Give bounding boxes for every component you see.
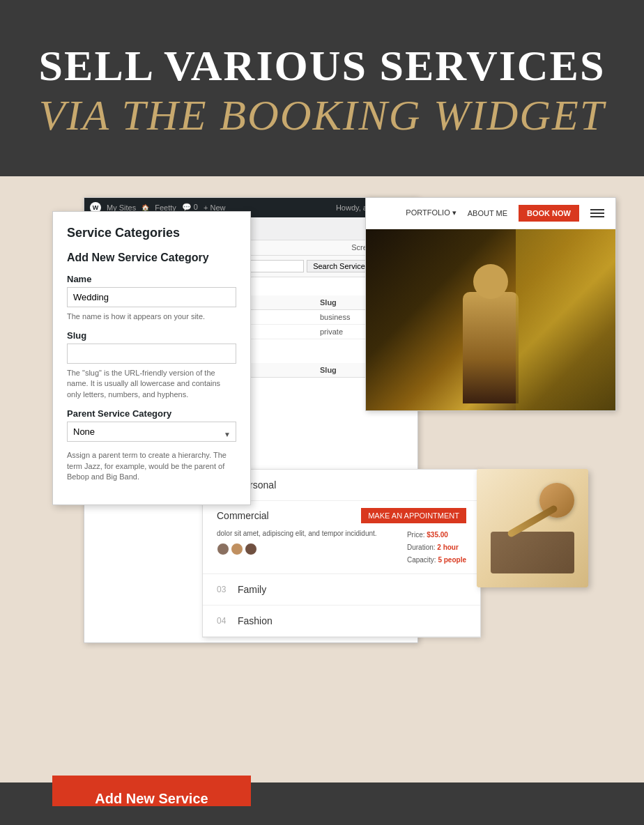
menu-line-2 [590, 213, 604, 214]
duration-row: Duration: 2 hour [407, 541, 466, 554]
hero-section: SELL VARIOUS SERVICES VIA THE BOOKING WI… [0, 0, 644, 176]
service-avatars [217, 543, 393, 555]
list-item: 03 Family [203, 574, 480, 606]
duration-value: 2 hour [437, 543, 459, 551]
commercial-details: dolor sit amet, adipiscing elit, and tem… [217, 529, 466, 566]
website-nav: PORTFOLIO ▾ ABOUT ME BOOK NOW [366, 198, 615, 229]
portfolio-link[interactable]: PORTFOLIO ▾ [406, 208, 456, 217]
slug-hint: The "slug" is the URL-friendly version o… [67, 368, 236, 400]
parent-label: Parent Service Category [67, 408, 236, 419]
slug-input[interactable] [67, 344, 236, 364]
service-num-3: 03 [217, 585, 238, 594]
commercial-header: Commercial MAKE AN APPOINTMENT [217, 508, 466, 523]
commercial-name[interactable]: Commercial [217, 510, 269, 521]
parent-category-select[interactable]: None [67, 422, 236, 442]
name-input[interactable] [67, 287, 236, 307]
add-new-service-button[interactable]: Add New Service [52, 776, 251, 806]
menu-line-1 [590, 209, 604, 210]
service-name[interactable]: Personal [238, 479, 466, 491]
service-num-4: 04 [217, 616, 238, 626]
add-service-label: Add New Service [95, 791, 208, 806]
commercial-description: dolor sit amet, adipiscing elit, and tem… [217, 529, 393, 555]
capacity-value: 5 people [438, 556, 466, 564]
portrait-bg [366, 229, 615, 410]
add-category-form: Service Categories Add New Service Categ… [52, 211, 251, 506]
portrait-image [366, 229, 615, 410]
avatar-1 [217, 543, 229, 555]
avatar-2 [231, 543, 243, 555]
menu-line-3 [590, 216, 604, 217]
coffee-decoration-image [477, 469, 588, 587]
figure-body [463, 292, 519, 403]
bottom-area [0, 713, 644, 782]
avatar-3 [245, 543, 257, 555]
service-item-commercial: Commercial MAKE AN APPOINTMENT dolor sit… [203, 501, 480, 574]
capacity-label: Capacity: [407, 556, 436, 564]
coffee-beans-icon [491, 532, 574, 573]
name-hint: The name is how it appears on your site. [67, 311, 236, 322]
hamburger-menu-icon[interactable] [590, 209, 604, 217]
price-label: Price: [407, 531, 425, 539]
slug-label: Slug [67, 330, 236, 341]
capacity-row: Capacity: 5 people [407, 554, 466, 566]
hero-title-main: SELL VARIOUS SERVICES [28, 42, 616, 89]
about-link[interactable]: ABOUT ME [468, 209, 507, 217]
service-pricing: Price: $35.00 Duration: 2 hour Capacity:… [407, 529, 466, 566]
service-name-4[interactable]: Fashion [238, 615, 466, 626]
book-now-button[interactable]: BOOK NOW [519, 205, 579, 222]
price-value: $35.00 [427, 531, 448, 539]
name-label: Name [67, 274, 236, 284]
parent-select-wrapper: None ▼ [67, 422, 236, 446]
price-row: Price: $35.00 [407, 529, 466, 541]
form-subtitle: Add New Service Category [67, 252, 236, 264]
content-area: W My Sites 🏠 Feetty 💬 0 + New Howdy, amt… [0, 176, 644, 713]
form-panel-title: Service Categories [67, 226, 236, 240]
duration-label: Duration: [407, 543, 436, 551]
hero-title-sub: VIA THE BOOKING WIDGET [28, 89, 616, 141]
website-panel: PORTFOLIO ▾ ABOUT ME BOOK NOW [365, 197, 616, 411]
list-item: 04 Fashion [203, 606, 480, 637]
composite-container: W My Sites 🏠 Feetty 💬 0 + New Howdy, amt… [28, 197, 616, 671]
figure-head [473, 264, 508, 299]
yellow-wall [516, 229, 615, 410]
description-text: dolor sit amet, adipiscing elit, and tem… [217, 529, 393, 539]
service-name-3[interactable]: Family [238, 584, 466, 595]
parent-hint: Assign a parent term to create a hierarc… [67, 450, 236, 482]
make-appointment-button[interactable]: MAKE AN APPOINTMENT [361, 508, 466, 523]
